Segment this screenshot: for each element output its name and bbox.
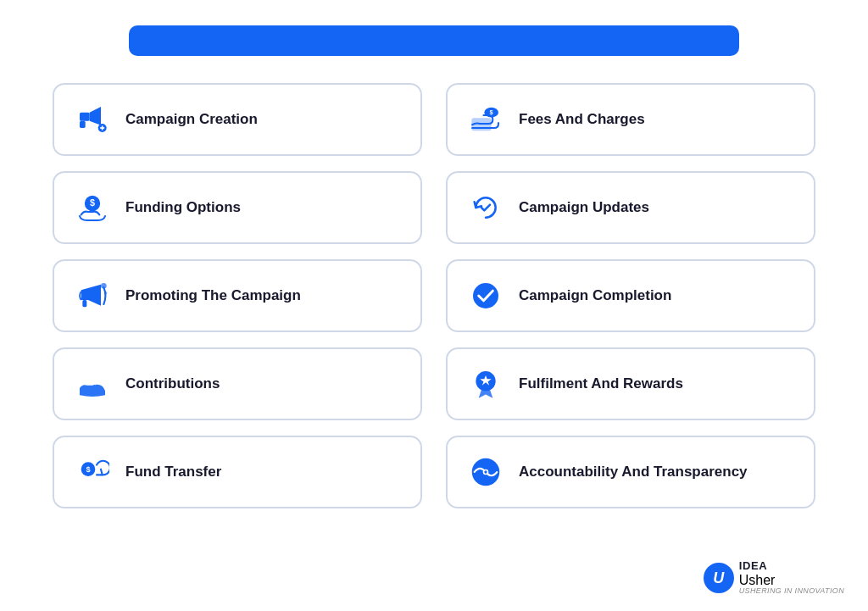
features-grid: Campaign Creation $ Fees And Charges $ F… bbox=[53, 83, 815, 508]
contributions-icon bbox=[73, 364, 112, 403]
fund-transfer-icon: $ bbox=[73, 453, 112, 492]
funding-options-label: Funding Options bbox=[125, 198, 241, 217]
svg-text:$: $ bbox=[86, 465, 90, 474]
svg-point-15 bbox=[473, 283, 498, 308]
logo-line1: Idea bbox=[739, 560, 844, 572]
campaign-updates-label: Campaign Updates bbox=[519, 198, 649, 217]
card-promoting-the-campaign[interactable]: Promoting The Campaign bbox=[53, 259, 422, 332]
logo-text: Idea Usher USHERING IN INNOVATION bbox=[739, 560, 844, 596]
card-funding-options[interactable]: $ Funding Options bbox=[53, 171, 422, 244]
logo-area: U Idea Usher USHERING IN INNOVATION bbox=[704, 560, 844, 596]
logo-icon: U bbox=[704, 563, 734, 593]
accountability-and-transparency-icon bbox=[466, 453, 505, 492]
card-campaign-completion[interactable]: Campaign Completion bbox=[446, 259, 815, 332]
card-fees-and-charges[interactable]: $ Fees And Charges bbox=[446, 83, 815, 156]
svg-marker-16 bbox=[86, 374, 97, 385]
fulfilment-and-rewards-icon bbox=[466, 364, 505, 403]
card-accountability-and-transparency[interactable]: Accountability And Transparency bbox=[446, 436, 815, 508]
logo-line2: Usher bbox=[739, 573, 844, 588]
campaign-completion-label: Campaign Completion bbox=[519, 286, 671, 305]
svg-point-13 bbox=[101, 283, 107, 289]
card-fund-transfer[interactable]: $ Fund Transfer bbox=[53, 436, 422, 508]
campaign-creation-label: Campaign Creation bbox=[125, 110, 258, 129]
card-campaign-updates[interactable]: Campaign Updates bbox=[446, 171, 815, 244]
card-contributions[interactable]: Contributions bbox=[53, 347, 422, 420]
campaign-completion-icon bbox=[466, 276, 505, 315]
contributions-label: Contributions bbox=[125, 375, 220, 393]
svg-rect-0 bbox=[80, 113, 90, 121]
svg-rect-12 bbox=[82, 300, 86, 307]
fees-and-charges-label: Fees And Charges bbox=[519, 110, 645, 129]
svg-text:$: $ bbox=[90, 197, 95, 208]
campaign-creation-icon bbox=[73, 100, 112, 139]
promoting-the-campaign-icon bbox=[73, 276, 112, 315]
svg-rect-2 bbox=[80, 121, 86, 128]
promoting-the-campaign-label: Promoting The Campaign bbox=[125, 286, 301, 305]
fund-transfer-label: Fund Transfer bbox=[125, 463, 221, 481]
svg-point-24 bbox=[484, 470, 487, 473]
campaign-updates-icon bbox=[466, 188, 505, 227]
fulfilment-and-rewards-label: Fulfilment And Rewards bbox=[519, 375, 683, 393]
svg-point-14 bbox=[104, 292, 107, 294]
card-fulfilment-and-rewards[interactable]: Fulfilment And Rewards bbox=[446, 347, 815, 420]
header-banner bbox=[129, 25, 739, 56]
fees-and-charges-icon: $ bbox=[466, 100, 505, 139]
logo-tagline: USHERING IN INNOVATION bbox=[739, 587, 844, 596]
funding-options-icon: $ bbox=[73, 188, 112, 227]
accountability-and-transparency-label: Accountability And Transparency bbox=[519, 463, 748, 481]
card-campaign-creation[interactable]: Campaign Creation bbox=[53, 83, 422, 156]
svg-marker-1 bbox=[90, 107, 101, 125]
